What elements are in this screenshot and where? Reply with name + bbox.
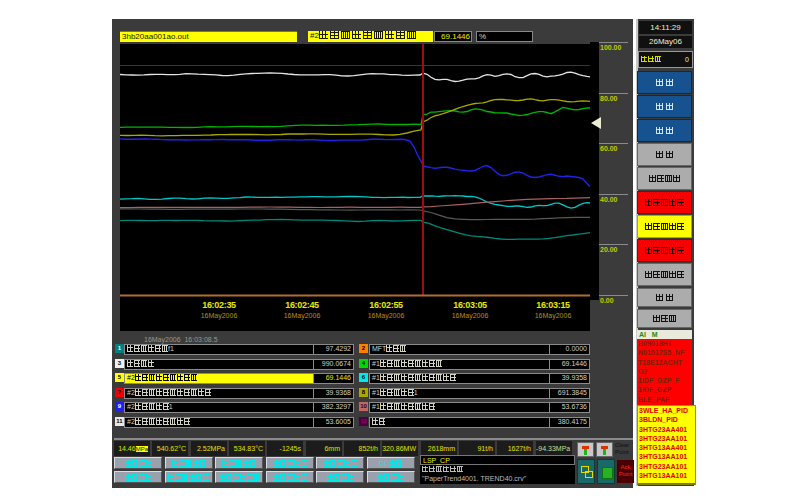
- svg-text:16:02:55: 16:02:55: [369, 300, 403, 310]
- svg-text:16:03:15: 16:03:15: [536, 300, 570, 310]
- svg-text:16:03:05: 16:03:05: [453, 300, 487, 310]
- svg-text:16May2006: 16May2006: [368, 312, 405, 320]
- svg-text:16May2006: 16May2006: [452, 312, 489, 320]
- svg-text:16May2006: 16May2006: [284, 312, 321, 320]
- svg-text:16:02:35: 16:02:35: [202, 300, 236, 310]
- svg-text:16:02:45: 16:02:45: [285, 300, 319, 310]
- svg-text:16May2006: 16May2006: [201, 312, 238, 320]
- svg-text:16May2006: 16May2006: [535, 312, 572, 320]
